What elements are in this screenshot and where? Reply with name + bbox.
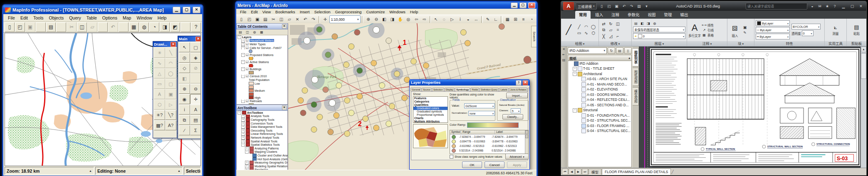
- toolbar-button[interactable]: [501, 16, 502, 23]
- toolbox-item[interactable]: + Linear Referencing Tools: [237, 132, 287, 136]
- ribbon-tab[interactable]: 输出: [677, 11, 692, 19]
- class-table-row[interactable]: 0.521514 - 2.043986 0.521514 - 2.043986: [450, 148, 528, 153]
- expander-icon[interactable]: −: [573, 72, 577, 76]
- line-icon[interactable]: ╱: [562, 23, 575, 37]
- normalization-dropdown[interactable]: none: [468, 111, 495, 116]
- toc-layer-item[interactable]: − ☑ Railroads: [237, 100, 287, 103]
- auto-hide-icon[interactable]: ⇤: [562, 53, 565, 56]
- toolbar-button[interactable]: [362, 16, 364, 23]
- full-extent-icon[interactable]: ◎: [405, 15, 412, 23]
- new-grapher-icon[interactable]: ◔: [149, 22, 159, 32]
- menu-item[interactable]: Objects: [47, 15, 67, 21]
- layer-isolate-icon[interactable]: ◨: [645, 21, 651, 26]
- toolbox-item[interactable]: + Conversion Tools: [237, 122, 287, 125]
- arctoolbox-icon[interactable]: ⊞: [512, 15, 519, 23]
- dialog-titlebar[interactable]: Layer Properties ? ✕: [410, 80, 529, 86]
- search-dock-tab[interactable]: Search: [531, 26, 537, 47]
- menu-item[interactable]: Table: [84, 15, 99, 21]
- autocad-titlebar[interactable]: A 三维建模 ▯◰▣↶↷▤▾ AutoCAD 2011 S-03.dwg 键入关…: [561, 1, 866, 11]
- qat-plot-icon[interactable]: ▤: [636, 2, 643, 10]
- arcmap-titlebar[interactable]: Meters - ArcMap - ArcInfo ▁ ▢ ✕: [236, 2, 537, 9]
- redo-icon[interactable]: ↷: [309, 15, 317, 23]
- legend-tool-icon[interactable]: ▤: [190, 115, 201, 125]
- map-scale-combo[interactable]: 1:10,000: [329, 15, 361, 23]
- toc-layer-item[interactable]: [237, 85, 287, 89]
- menu-item[interactable]: Customize: [364, 10, 387, 14]
- color-ramp-dropdown[interactable]: [467, 122, 519, 128]
- toc-layer-item[interactable]: High: [237, 96, 287, 100]
- ribbon-tab[interactable]: 管理: [660, 11, 676, 19]
- copy-icon[interactable]: ◫: [614, 21, 621, 27]
- save-table-icon[interactable]: ▣: [25, 22, 35, 32]
- toc-layer-item[interactable]: Low: [237, 82, 287, 86]
- arcmap-map-view[interactable]: Heritage Park Harmon Field Park Grand P …: [288, 23, 537, 170]
- toolbar-button[interactable]: [36, 22, 46, 32]
- list-by-visibility-icon[interactable]: ◍: [251, 29, 258, 35]
- marquee-select-tool-icon[interactable]: ▢: [190, 42, 201, 52]
- menu-item[interactable]: Insert: [298, 10, 312, 14]
- menu-item[interactable]: Map: [120, 15, 134, 21]
- region-style-tool-icon[interactable]: ▩?: [154, 120, 165, 130]
- expander-icon[interactable]: −: [241, 100, 245, 103]
- open-table-icon[interactable]: ◰: [15, 22, 25, 32]
- properties-panel-label[interactable]: 特性: [754, 41, 824, 46]
- text-tool-icon[interactable]: A: [154, 89, 165, 99]
- change-view-tool-icon[interactable]: ◉: [179, 94, 190, 104]
- list-by-selection-icon[interactable]: ▦: [258, 29, 265, 35]
- main-palette-titlebar[interactable]: Main ✕: [178, 36, 201, 42]
- paste-icon[interactable]: ▤: [853, 24, 860, 30]
- toc-layer-item[interactable]: + ☑ Meter Types: [237, 42, 287, 46]
- paste-icon[interactable]: ▱: [87, 22, 97, 32]
- rectangle-icon[interactable]: ▭: [576, 30, 583, 36]
- show-list-item[interactable]: Proportional symbols: [413, 113, 448, 117]
- dialog-tab[interactable]: Definition Query: [480, 88, 499, 91]
- print-icon[interactable]: ▤: [262, 15, 269, 23]
- qat-save-icon[interactable]: ▣: [613, 2, 621, 10]
- table-icon[interactable]: ▦ 表格: [702, 33, 714, 37]
- class-table-row[interactable]: -0.610962 - 0.521513 -0.610962 - 0.52151…: [450, 144, 528, 148]
- toc-layer-item[interactable]: [237, 93, 287, 96]
- editing-status-cell[interactable]: Editing: None▲: [95, 167, 183, 175]
- maximize-button[interactable]: ▢: [848, 2, 856, 10]
- show-list-item[interactable]: Categories: [413, 100, 448, 103]
- menu-item[interactable]: Help: [408, 10, 420, 14]
- communication-center-icon[interactable]: ✉: [816, 2, 823, 10]
- expander-icon[interactable]: −: [573, 108, 577, 112]
- toolbar-button[interactable]: [56, 22, 66, 32]
- delete-icon[interactable]: ✕: [294, 15, 301, 23]
- sheet-tree-item[interactable]: S-04 - STRUCTURAL SEC...: [568, 129, 631, 134]
- toolbox-item[interactable]: − Spatial Statistics Tools: [237, 143, 287, 147]
- expander-icon[interactable]: +: [241, 136, 245, 139]
- menu-item[interactable]: Windows: [387, 10, 408, 14]
- classes-count-dropdown[interactable]: 5: [511, 108, 521, 113]
- new-redistricter-icon[interactable]: ◩: [170, 22, 180, 32]
- line-icon[interactable]: ╱: [576, 24, 583, 30]
- dialog-tab[interactable]: Joins & Relates: [509, 88, 528, 91]
- draw-panel-label[interactable]: 绘图: [561, 41, 598, 46]
- menu-item[interactable]: View: [260, 10, 273, 14]
- arc-tool-icon[interactable]: ◠: [165, 58, 176, 68]
- help-icon[interactable]: ?: [831, 2, 838, 10]
- current-layer-dropdown[interactable]: ☀0: [633, 33, 685, 39]
- expander-icon[interactable]: −: [241, 67, 245, 71]
- toc-layers-root[interactable]: − Layers: [237, 35, 287, 39]
- annotation-panel-label[interactable]: 注释: [687, 41, 727, 46]
- catalog-icon[interactable]: ▦: [504, 15, 511, 23]
- add-node-tool-icon[interactable]: ▷: [165, 100, 176, 110]
- expander-icon[interactable]: −: [241, 53, 245, 57]
- menu-item[interactable]: File: [5, 15, 17, 21]
- undo-icon[interactable]: ↶: [108, 22, 118, 32]
- toolbox-item[interactable]: − ArcToolbox: [237, 111, 287, 115]
- toc-layer-item[interactable]: Medium: [237, 89, 287, 93]
- import-button[interactable]: Import...: [506, 93, 528, 98]
- toolbar-button[interactable]: [119, 22, 129, 32]
- erase-icon[interactable]: ╳: [600, 33, 607, 39]
- measure-icon[interactable]: ⟀: [832, 24, 839, 30]
- fixed-zoom-out-icon[interactable]: ◨: [388, 15, 396, 23]
- dialog-tab[interactable]: General: [411, 88, 421, 91]
- toolbox-item[interactable]: + Analyzing Patterns: [237, 147, 287, 150]
- expander-icon[interactable]: −: [237, 35, 241, 39]
- sheet-set-dropdown[interactable]: IRD Addition: [568, 47, 607, 54]
- scroll-up-icon[interactable]: ▲: [861, 46, 866, 52]
- dialog-tab[interactable]: Labels: [499, 88, 508, 91]
